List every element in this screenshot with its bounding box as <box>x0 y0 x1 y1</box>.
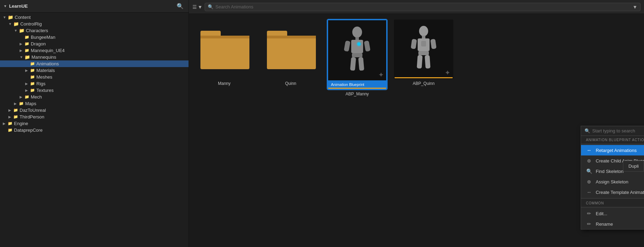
tree-item-materials[interactable]: ▶ 📁 Materials <box>0 67 189 74</box>
folder-icon: 📁 <box>30 75 35 79</box>
svg-rect-13 <box>352 53 362 57</box>
folder-icon: 📁 <box>24 48 29 53</box>
tree-label: BungeeMan <box>31 35 55 40</box>
tree-item-controlrig[interactable]: ▼ 📁 ControlRig <box>0 21 189 27</box>
folder-icon: 📁 <box>8 128 13 132</box>
divider <box>581 207 644 208</box>
arrow-icon: ▶ <box>8 108 12 112</box>
tree-item-dragon[interactable]: ▶ 📁 Dragon <box>0 41 189 47</box>
tree-item-characters[interactable]: ▼ 📁 Characters <box>0 27 189 34</box>
tree-label: ControlRig <box>20 21 42 27</box>
tree-label: Meshes <box>36 74 52 80</box>
context-item-label: Find Skeleton <box>596 169 624 174</box>
svg-rect-15 <box>358 57 364 71</box>
asset-item-abp-manny[interactable]: ✦ Animation Blueprint ABP_Manny <box>327 20 387 96</box>
context-search-icon: 🔍 <box>585 128 590 133</box>
context-item-create-template[interactable]: ↔ Create Template Animation Blueprint <box>581 187 644 197</box>
divider <box>581 198 644 198</box>
folder-icon: 📁 <box>8 15 13 20</box>
context-menu: 🔍 ANIMATION BLUEPRINT ACTIONS ↔ Retarget… <box>581 126 644 230</box>
context-search-input[interactable] <box>592 128 644 133</box>
svg-point-16 <box>419 26 428 36</box>
filter-button[interactable]: ☰ ▼ <box>192 4 203 10</box>
content-browser-toolbar: ☰ ▼ 🔍 ▼ <box>189 0 644 14</box>
asset-item-quinn[interactable]: Quinn <box>261 20 320 96</box>
collapse-arrow-icon: ▼ <box>3 4 7 8</box>
svg-rect-23 <box>417 55 423 69</box>
tree-label: ThirdPerson <box>20 114 44 119</box>
folder-svg <box>200 31 249 69</box>
arrow-icon: ▶ <box>20 42 23 46</box>
rename-icon: ✏ <box>586 221 592 227</box>
tree-item-thirdperson[interactable]: ▶ 📁 ThirdPerson <box>0 114 189 120</box>
panel-title-container: ▼ LearnUE <box>3 3 28 9</box>
asset-label: Quinn <box>285 81 296 86</box>
panel-title: LearnUE <box>9 3 28 9</box>
context-item-rename[interactable]: ✏ Rename <box>581 219 644 229</box>
context-item-retarget[interactable]: ↔ Retarget Animations <box>581 145 644 155</box>
svg-rect-2 <box>200 36 249 38</box>
svg-rect-11 <box>344 41 351 52</box>
arrow-icon: ▼ <box>14 29 17 32</box>
context-item-assign-skeleton[interactable]: ⊕ Assign Skeleton <box>581 176 644 187</box>
folder-icon: 📁 <box>19 101 24 106</box>
quinn-robot-svg <box>408 25 439 74</box>
context-section-common-header: COMMON <box>581 199 644 206</box>
svg-rect-21 <box>430 39 437 49</box>
folder-icon: 📁 <box>30 88 35 93</box>
arrow-icon: ▶ <box>25 82 29 86</box>
svg-rect-12 <box>364 41 370 52</box>
asset-item-abp-quinn[interactable]: ✦ ABP_Quinn <box>394 20 453 96</box>
tree-item-mech[interactable]: ▶ 📁 Mech <box>0 94 189 100</box>
svg-rect-3 <box>267 36 316 69</box>
tree-label: Maps <box>25 101 36 106</box>
context-item-label: Rename <box>596 221 613 227</box>
tree-item-maps[interactable]: ▶ 📁 Maps <box>0 100 189 107</box>
arrow-icon: ▶ <box>8 115 12 119</box>
content-area: Manny Quinn <box>189 14 644 247</box>
arrow-icon: ▼ <box>3 15 6 19</box>
svg-rect-17 <box>422 36 425 38</box>
tree-item-engine[interactable]: ▶ 📁 Engine <box>0 120 189 127</box>
context-item-edit[interactable]: ✏ Edit... <box>581 208 644 219</box>
tree-item-meshes[interactable]: 📁 Meshes <box>0 74 189 80</box>
arrow-icon: ▼ <box>20 55 23 59</box>
tree-item-content[interactable]: ▼ 📁 Content <box>0 14 189 21</box>
tree-label: Rigs <box>36 81 45 86</box>
corner-icon: ✦ <box>445 68 451 77</box>
search-input[interactable] <box>215 4 630 9</box>
orange-bar <box>328 88 386 89</box>
tree-item-mannequin-ue4[interactable]: ▶ 📁 Mannequin_UE4 <box>0 47 189 54</box>
orange-bar <box>395 77 453 78</box>
folder-icon: 📁 <box>8 121 13 126</box>
tree-item-bungeeman[interactable]: 📁 BungeeMan <box>0 34 189 41</box>
tree-item-rigs[interactable]: ▶ 📁 Rigs <box>0 80 189 87</box>
tree-item-dataprepcore[interactable]: 📁 DataprepCore <box>0 127 189 133</box>
arrow-icon: ▶ <box>25 88 29 92</box>
assets-grid: Manny Quinn <box>189 14 644 247</box>
folder-visual <box>195 20 254 79</box>
tree-item-mannequins[interactable]: ▼ 📁 Mannequins <box>0 54 189 60</box>
svg-rect-5 <box>267 36 316 38</box>
tree-label: Mech <box>31 94 42 100</box>
svg-rect-20 <box>411 39 417 49</box>
folder-icon: 📁 <box>24 95 29 99</box>
panel-search-button[interactable]: 🔍 <box>175 2 185 10</box>
edit-icon: ✏ <box>586 211 592 216</box>
folder-icon: 📁 <box>24 55 30 60</box>
tree-item-animations[interactable]: 📁 Animations <box>0 60 189 67</box>
arrow-icon: ▶ <box>14 102 17 106</box>
folder-icon: 📁 <box>30 81 35 86</box>
asset-item-manny[interactable]: Manny <box>194 20 254 96</box>
folder-icon: 📁 <box>24 42 29 46</box>
arrow-icon: ▶ <box>20 49 23 52</box>
tree-item-daztounreal[interactable]: ▶ 📁 DazToUnreal <box>0 107 189 114</box>
tree-item-textures[interactable]: ▶ 📁 Textures <box>0 87 189 94</box>
create-child-icon: ⊕ <box>586 158 592 164</box>
find-skeleton-icon: 🔍 <box>586 168 592 174</box>
folder-icon: 📁 <box>24 35 29 39</box>
filter-icon: ☰ <box>192 4 197 10</box>
folder-icon: 📁 <box>13 21 19 27</box>
search-dropdown-button[interactable]: ▼ <box>632 4 637 10</box>
manny-robot-svg <box>341 26 373 75</box>
